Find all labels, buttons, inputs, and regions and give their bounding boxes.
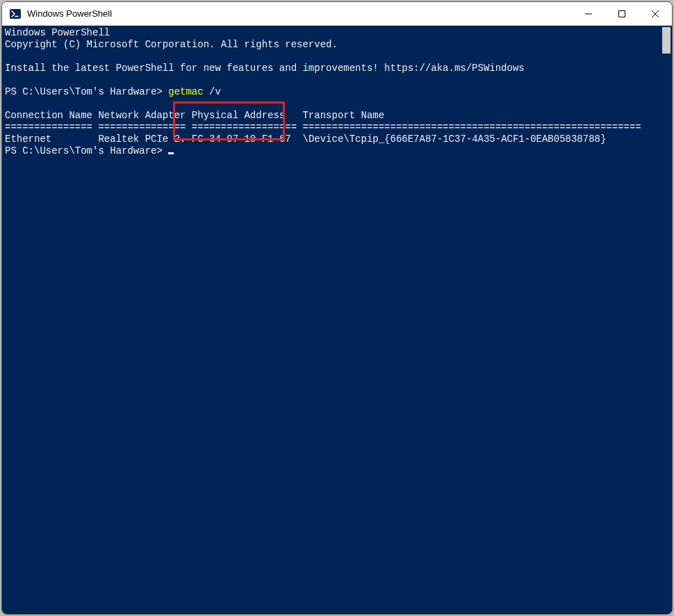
command-text: getmac [168, 86, 203, 97]
vertical-scrollbar[interactable] [661, 26, 672, 614]
svg-rect-0 [10, 9, 21, 19]
banner-line-2: Copyright (C) Microsoft Corporation. All… [5, 39, 338, 50]
prompt-1: PS C:\Users\Tom's Hardware> [5, 86, 168, 97]
minimize-button[interactable] [572, 2, 605, 25]
prompt-2: PS C:\Users\Tom's Hardware> [5, 145, 168, 156]
table-row-left: Ethernet Realtek PCIe 2. [5, 133, 186, 145]
powershell-icon [9, 8, 22, 20]
window-controls [572, 2, 672, 25]
scrollbar-thumb[interactable] [662, 27, 671, 54]
maximize-button[interactable] [605, 2, 639, 25]
powershell-window: Windows PowerShell Windows PowerShell C [1, 1, 673, 615]
close-button[interactable] [639, 2, 672, 25]
table-row-transport: \Device\Tcpip_{666E7A87-1C37-4A35-ACF1-0… [297, 133, 606, 145]
maximize-icon [618, 10, 625, 17]
console-output[interactable]: Windows PowerShell Copyright (C) Microso… [2, 26, 661, 614]
minimize-icon [585, 10, 592, 17]
install-message: Install the latest PowerShell for new fe… [5, 63, 525, 74]
banner-line-1: Windows PowerShell [5, 27, 110, 38]
close-icon [652, 10, 659, 17]
window-title: Windows PowerShell [27, 8, 572, 19]
command-args: /v [204, 86, 221, 97]
titlebar[interactable]: Windows PowerShell [2, 2, 672, 26]
cursor [168, 152, 174, 154]
console-area: Windows PowerShell Copyright (C) Microso… [2, 26, 672, 614]
table-row-mac: FC-34-97-10-F1-67 [186, 133, 297, 145]
svg-rect-3 [619, 10, 625, 17]
table-header: Connection Name Network Adapter Physical… [5, 110, 384, 121]
table-separator: =============== =============== ========… [5, 122, 641, 133]
